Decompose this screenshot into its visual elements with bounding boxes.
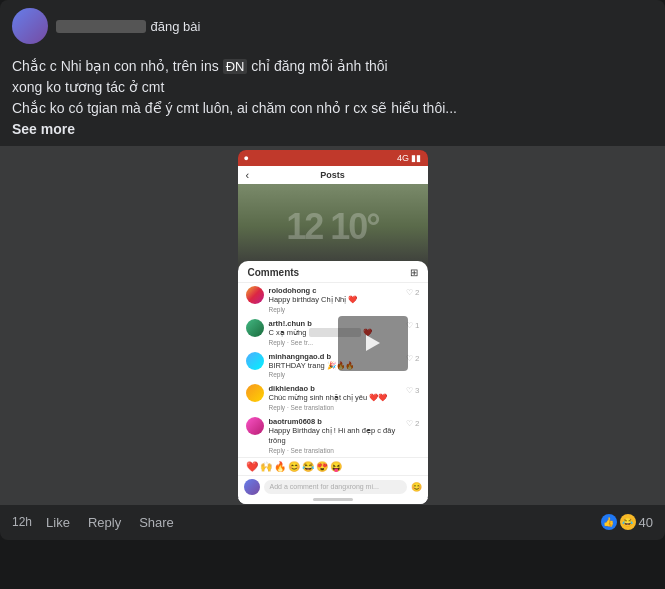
post-line3: Chắc ko có tgian mà để ý cmt luôn, ai ch…: [12, 98, 653, 119]
comment-avatar: [246, 417, 264, 435]
haha-reaction-icon: 😂: [620, 514, 636, 530]
comment-actions[interactable]: Reply: [269, 371, 401, 378]
phone-comments-panel: Comments ⊞ rolodohong c Happy birthday C…: [238, 261, 428, 504]
phone-screenshot-wrapper: ● 4G ▮▮ ‹ Posts 12 10° Comments ⊞: [0, 146, 665, 504]
share-button[interactable]: Share: [135, 513, 178, 532]
comment-item: arth!.chun b C xạ mừng blur ❤️ Reply · S…: [238, 316, 428, 349]
comment-content: baotrum0608 b Happy Birthday chị ! Hi an…: [269, 417, 401, 454]
post-time: 12h: [12, 515, 32, 529]
sort-icon[interactable]: ⊞: [410, 267, 418, 278]
comment-actions[interactable]: Reply: [269, 306, 401, 313]
post-line2: xong ko tương tác ở cmt: [12, 77, 653, 98]
reactions-number: 40: [639, 515, 653, 530]
like-reaction-icon: 👍: [601, 514, 617, 530]
reaction-emoji[interactable]: 😂: [302, 461, 314, 472]
phone-handle: [238, 498, 428, 504]
posts-label: Posts: [320, 170, 345, 180]
reaction-emoji[interactable]: 😍: [316, 461, 328, 472]
reply-button[interactable]: Reply: [84, 513, 125, 532]
reaction-emoji[interactable]: ❤️: [246, 461, 258, 472]
comment-content: rolodohong c Happy birthday Chị Nhị ❤️ R…: [269, 286, 401, 313]
phone-screenshot: ● 4G ▮▮ ‹ Posts 12 10° Comments ⊞: [238, 150, 428, 504]
see-more-button[interactable]: See more: [12, 121, 75, 137]
comment-like[interactable]: ♡ 2: [406, 286, 420, 297]
comment-username: baotrum0608 b: [269, 417, 401, 426]
comment-input-placeholder: Add a comment for dangxrong mi...: [270, 483, 379, 490]
post-text: Chắc c Nhi bạn con nhỏ, trên ins ĐN chỉ …: [0, 48, 665, 146]
play-icon: [366, 335, 380, 351]
dn-tag: ĐN: [223, 59, 248, 74]
big-numbers: 12 10°: [286, 206, 378, 248]
reaction-emoji[interactable]: 😝: [330, 461, 342, 472]
comment-item: baotrum0608 b Happy Birthday chị ! Hi an…: [238, 414, 428, 457]
comment-username: dikhiendao b: [269, 384, 401, 393]
comments-header: Comments ⊞: [238, 261, 428, 283]
post-card: đăng bài Chắc c Nhi bạn con nhỏ, trên in…: [0, 0, 665, 540]
comment-actions[interactable]: Reply · See translation: [269, 404, 401, 411]
comment-avatar: [246, 286, 264, 304]
reactions-count: 👍 😂 40: [601, 514, 653, 530]
comment-username: rolodohong c: [269, 286, 401, 295]
input-avatar: [244, 479, 260, 495]
phone-image-area: 12 10°: [238, 184, 428, 269]
phone-status-bar: ● 4G ▮▮: [238, 150, 428, 166]
comment-avatar: [246, 352, 264, 370]
comment-like[interactable]: ♡ 2: [406, 352, 420, 363]
comment-input-box[interactable]: Add a comment for dangxrong mi...: [264, 480, 407, 494]
comment-item: dikhiendao b Chúc mừng sinh nhật chị yêu…: [238, 381, 428, 414]
comment-like[interactable]: ♡ 1: [406, 319, 420, 330]
comment-text: Happy birthday Chị Nhị ❤️: [269, 295, 401, 305]
like-button[interactable]: Like: [42, 513, 74, 532]
comment-input-area: Add a comment for dangxrong mi... 😊: [238, 476, 428, 498]
avatar: [12, 8, 48, 44]
reaction-emoji[interactable]: 🙌: [260, 461, 272, 472]
reaction-emoji[interactable]: 🔥: [274, 461, 286, 472]
comment-item: rolodohong c Happy birthday Chị Nhị ❤️ R…: [238, 283, 428, 316]
emoji-reactions-bar: ❤️ 🙌 🔥 😊 😂 😍 😝: [238, 457, 428, 476]
comments-title: Comments: [248, 267, 300, 278]
post-meta: đăng bài: [56, 17, 653, 35]
emoji-button[interactable]: 😊: [411, 482, 422, 492]
status-left: ●: [244, 153, 249, 163]
comment-like[interactable]: ♡ 2: [406, 417, 420, 428]
comment-avatar: [246, 384, 264, 402]
reaction-emoji[interactable]: 😊: [288, 461, 300, 472]
post-header: đăng bài: [0, 0, 665, 48]
comment-text: Chúc mừng sinh nhật chị yêu ❤️❤️: [269, 393, 401, 403]
username-blur: [56, 20, 146, 33]
comment-like[interactable]: ♡ 3: [406, 384, 420, 395]
post-verb: đăng bài: [150, 19, 200, 34]
status-right: 4G ▮▮: [397, 153, 422, 163]
phone-nav-bar: ‹ Posts: [238, 166, 428, 184]
video-overlay[interactable]: [338, 316, 408, 371]
comment-content: dikhiendao b Chúc mừng sinh nhật chị yêu…: [269, 384, 401, 411]
back-arrow-icon[interactable]: ‹: [246, 169, 250, 181]
comment-actions[interactable]: Reply · See translation: [269, 447, 401, 454]
comment-text: Happy Birthday chị ! Hi anh đẹp c đây tr…: [269, 426, 401, 446]
comment-avatar: [246, 319, 264, 337]
handle-bar: [313, 498, 353, 501]
post-action-bar: 12h Like Reply Share 👍 😂 40: [0, 504, 665, 540]
post-line1: Chắc c Nhi bạn con nhỏ, trên ins ĐN chỉ …: [12, 56, 653, 77]
